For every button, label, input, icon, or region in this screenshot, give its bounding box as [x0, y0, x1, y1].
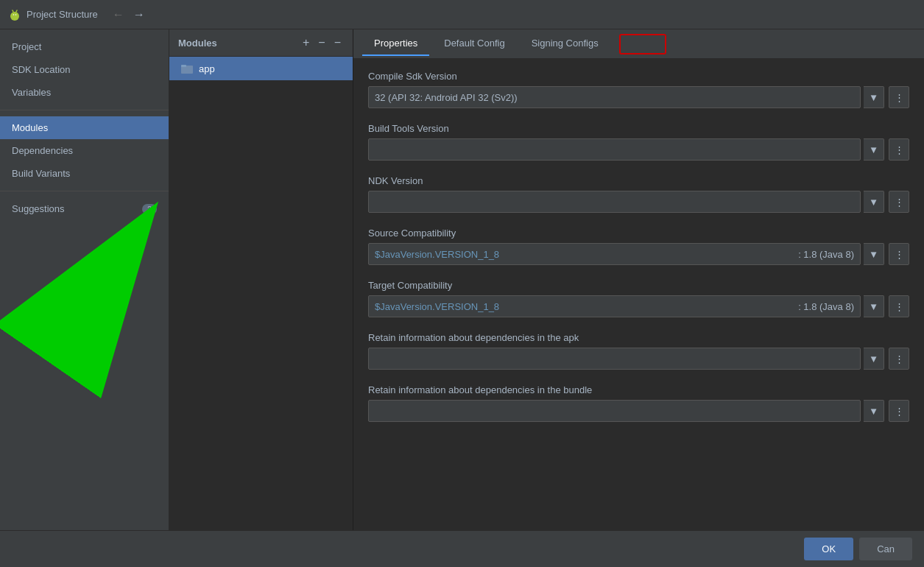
edit-btn-ndk-version[interactable]: ⋮: [889, 191, 909, 213]
edit-btn-retain-bundle[interactable]: ⋮: [889, 400, 909, 422]
sidebar-item-label: Project: [12, 41, 41, 52]
chevron-down-icon: ▼: [869, 406, 878, 417]
dropdown-btn-retain-apk[interactable]: ▼: [864, 348, 884, 370]
edit-btn-target-compat[interactable]: ⋮: [889, 295, 909, 317]
edit-icon: ⋮: [895, 144, 904, 155]
module-panel-header: Modules + − −: [169, 29, 353, 57]
tab-signing-configs[interactable]: Signing Configs: [520, 32, 610, 56]
nav-arrows: ← →: [110, 7, 148, 23]
cancel-button[interactable]: Can: [859, 538, 912, 560]
select-source-compat[interactable]: $JavaVersion.VERSION_1_8 : 1.8 (Java 8): [368, 243, 861, 265]
sidebar-item-project[interactable]: Project: [0, 35, 169, 58]
field-compile-sdk: Compile Sdk Version 32 (API 32: Android …: [368, 71, 909, 108]
java-ver-target: $JavaVersion.VERSION_1_8: [375, 301, 499, 312]
tab-default-config[interactable]: Default Config: [432, 32, 516, 56]
select-ndk-version[interactable]: [368, 191, 861, 213]
dropdown-btn-compile-sdk[interactable]: ▼: [864, 86, 884, 108]
edit-icon: ⋮: [895, 92, 904, 103]
java-ver-suffix-source: : 1.8 (Java 8): [798, 249, 854, 260]
android-icon: [9, 9, 21, 21]
back-arrow[interactable]: ←: [110, 7, 127, 23]
sidebar-item-label: Dependencies: [12, 145, 73, 156]
module-folder-icon: [181, 63, 193, 74]
sidebar-item-variables[interactable]: Variables: [0, 81, 169, 104]
sidebar-item-suggestions[interactable]: Suggestions 2: [0, 197, 169, 220]
main-layout: Project SDK Location Variables Modules D…: [0, 29, 924, 530]
edit-icon: ⋮: [895, 406, 904, 417]
chevron-down-icon: ▼: [869, 144, 878, 155]
java-ver-source: $JavaVersion.VERSION_1_8: [375, 249, 499, 260]
tab-properties[interactable]: Properties: [362, 32, 429, 56]
title-bar: Project Structure ← →: [0, 0, 924, 29]
select-retain-apk[interactable]: [368, 348, 861, 370]
sidebar-item-label: Build Variants: [12, 168, 70, 179]
chevron-down-icon: ▼: [869, 353, 878, 364]
module-name: app: [199, 63, 215, 74]
module-panel-title: Modules: [178, 38, 217, 49]
dropdown-btn-retain-bundle[interactable]: ▼: [864, 400, 884, 422]
field-target-compat: Target Compatibility $JavaVersion.VERSIO…: [368, 280, 909, 317]
label-compile-sdk: Compile Sdk Version: [368, 71, 909, 82]
sidebar-item-label: SDK Location: [12, 64, 71, 75]
select-compile-sdk[interactable]: 32 (API 32: Android API 32 (Sv2)): [368, 86, 861, 108]
sidebar-item-build-variants[interactable]: Build Variants: [0, 162, 169, 185]
field-retain-bundle: Retain information about dependencies in…: [368, 384, 909, 422]
sidebar-item-label: Variables: [12, 87, 51, 98]
select-target-compat[interactable]: $JavaVersion.VERSION_1_8 : 1.8 (Java 8): [368, 295, 861, 317]
chevron-down-icon: ▼: [869, 301, 878, 312]
sidebar-item-dependencies[interactable]: Dependencies: [0, 139, 169, 162]
input-row-source-compat: $JavaVersion.VERSION_1_8 : 1.8 (Java 8) …: [368, 243, 909, 265]
input-row-compile-sdk: 32 (API 32: Android API 32 (Sv2)) ▼ ⋮: [368, 86, 909, 108]
edit-btn-source-compat[interactable]: ⋮: [889, 243, 909, 265]
field-source-compat: Source Compatibility $JavaVersion.VERSIO…: [368, 228, 909, 265]
dropdown-btn-source-compat[interactable]: ▼: [864, 243, 884, 265]
input-row-build-tools: ▼ ⋮: [368, 138, 909, 161]
label-retain-bundle: Retain information about dependencies in…: [368, 384, 909, 395]
dropdown-btn-target-compat[interactable]: ▼: [864, 295, 884, 317]
form-content: Compile Sdk Version 32 (API 32: Android …: [353, 59, 924, 530]
sidebar-item-sdk-location[interactable]: SDK Location: [0, 58, 169, 81]
sidebar-divider: [0, 110, 169, 110]
edit-icon: ⋮: [895, 301, 904, 312]
tab-highlight-box: [619, 34, 666, 54]
sidebar-item-label: Modules: [12, 122, 48, 133]
field-build-tools: Build Tools Version ▼ ⋮: [368, 123, 909, 161]
select-build-tools[interactable]: [368, 138, 861, 161]
field-ndk-version: NDK Version ▼ ⋮: [368, 175, 909, 213]
dropdown-btn-ndk-version[interactable]: ▼: [864, 191, 884, 213]
title-bar-title: Project Structure: [27, 9, 98, 20]
edit-btn-build-tools[interactable]: ⋮: [889, 138, 909, 161]
dropdown-btn-build-tools[interactable]: ▼: [864, 138, 884, 161]
input-row-retain-apk: ▼ ⋮: [368, 348, 909, 370]
suggestions-badge: 2: [142, 204, 157, 214]
module-item-app[interactable]: app: [169, 57, 353, 80]
svg-rect-7: [181, 65, 186, 67]
label-ndk-version: NDK Version: [368, 175, 909, 186]
module-panel: Modules + − − app: [169, 29, 353, 530]
sidebar: Project SDK Location Variables Modules D…: [0, 29, 169, 530]
label-source-compat: Source Compatibility: [368, 228, 909, 239]
minimize-module-button[interactable]: −: [331, 35, 344, 50]
input-row-retain-bundle: ▼ ⋮: [368, 400, 909, 422]
edit-btn-retain-apk[interactable]: ⋮: [889, 348, 909, 370]
field-retain-apk: Retain information about dependencies in…: [368, 332, 909, 370]
sidebar-item-label: Suggestions: [12, 203, 65, 214]
sidebar-item-modules[interactable]: Modules: [0, 116, 169, 139]
sidebar-divider-2: [0, 191, 169, 191]
java-ver-suffix-target: : 1.8 (Java 8): [798, 301, 854, 312]
remove-module-button[interactable]: −: [315, 35, 328, 50]
input-row-target-compat: $JavaVersion.VERSION_1_8 : 1.8 (Java 8) …: [368, 295, 909, 317]
add-module-button[interactable]: +: [300, 35, 312, 50]
svg-line-3: [16, 10, 17, 12]
ok-button[interactable]: OK: [804, 538, 853, 560]
forward-arrow[interactable]: →: [130, 7, 148, 23]
bottom-bar: OK Can: [0, 530, 924, 567]
label-build-tools: Build Tools Version: [368, 123, 909, 134]
edit-btn-compile-sdk[interactable]: ⋮: [889, 86, 909, 108]
content-panel: Properties Default Config Signing Config…: [353, 29, 924, 530]
svg-line-2: [13, 10, 13, 12]
select-retain-bundle[interactable]: [368, 400, 861, 422]
input-row-ndk-version: ▼ ⋮: [368, 191, 909, 213]
label-target-compat: Target Compatibility: [368, 280, 909, 291]
chevron-down-icon: ▼: [869, 249, 878, 260]
